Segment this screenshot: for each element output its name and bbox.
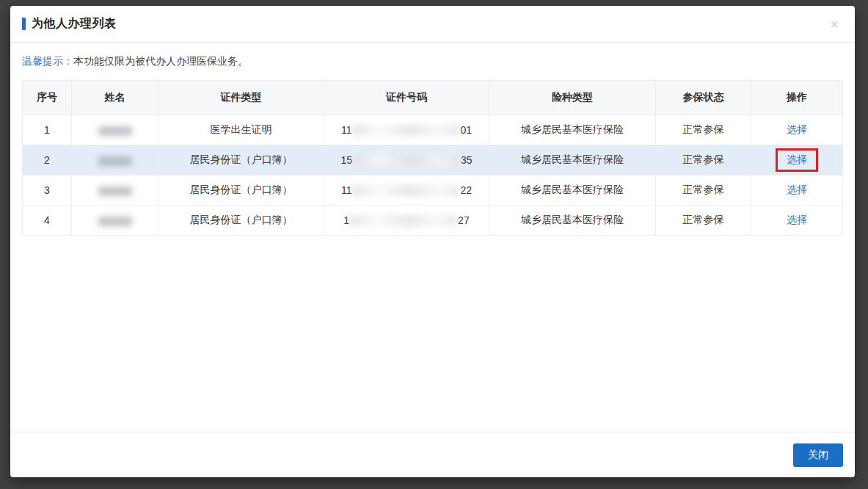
cell-cert-no: 1122 bbox=[324, 175, 489, 206]
redacted-name bbox=[98, 156, 132, 166]
cell-status: 正常参保 bbox=[656, 206, 751, 236]
col-header-cert-type: 证件类型 bbox=[158, 81, 324, 115]
redacted-id-middle bbox=[352, 125, 459, 136]
agent-person-table: 序号 姓名 证件类型 证件号码 险种类型 参保状态 操作 1 医学出生证明 11… bbox=[22, 80, 843, 236]
redacted-id-middle bbox=[350, 215, 457, 226]
cell-name bbox=[72, 175, 158, 206]
cell-name bbox=[72, 206, 158, 236]
close-button[interactable]: 关闭 bbox=[793, 443, 843, 467]
cell-seq: 1 bbox=[23, 115, 72, 145]
cell-cert-type: 居民身份证（户口簿） bbox=[158, 206, 324, 236]
hint-row: 温馨提示：本功能仅限为被代办人办理医保业务。 bbox=[10, 43, 855, 80]
redacted-name bbox=[98, 126, 132, 136]
cell-seq: 2 bbox=[23, 145, 72, 175]
table-row: 1 医学出生证明 1101 城乡居民基本医疗保险 正常参保 选择 bbox=[23, 115, 843, 145]
hint-text: 本功能仅限为被代办人办理医保业务。 bbox=[73, 55, 248, 67]
col-header-cert-no: 证件号码 bbox=[324, 81, 489, 115]
cell-action: 选择 bbox=[751, 145, 843, 175]
col-header-insurance: 险种类型 bbox=[489, 81, 656, 115]
col-header-seq: 序号 bbox=[23, 81, 72, 115]
hint-label: 温馨提示： bbox=[22, 55, 73, 67]
col-header-action: 操作 bbox=[751, 81, 843, 115]
redacted-name bbox=[98, 217, 132, 226]
cell-insurance: 城乡居民基本医疗保险 bbox=[489, 206, 656, 236]
close-icon[interactable]: × bbox=[830, 17, 839, 32]
id-prefix: 11 bbox=[341, 124, 352, 136]
cell-cert-no: 1535 bbox=[324, 145, 489, 175]
dialog-footer: 关闭 bbox=[10, 432, 855, 477]
cell-cert-type: 居民身份证（户口簿） bbox=[158, 175, 324, 206]
id-suffix: 01 bbox=[460, 124, 472, 136]
red-annotation-box: 选择 bbox=[776, 148, 818, 172]
cell-action: 选择 bbox=[751, 115, 843, 145]
cell-status: 正常参保 bbox=[656, 175, 751, 206]
cell-cert-type: 医学出生证明 bbox=[158, 115, 324, 145]
redacted-name bbox=[98, 186, 132, 196]
id-prefix: 15 bbox=[340, 154, 352, 166]
title-marker-bar bbox=[22, 18, 26, 30]
table-row-highlighted: 2 居民身份证（户口簿） 1535 城乡居民基本医疗保险 正常参保 选择 bbox=[23, 145, 843, 175]
table-row: 3 居民身份证（户口簿） 1122 城乡居民基本医疗保险 正常参保 选择 bbox=[23, 175, 843, 206]
cell-insurance: 城乡居民基本医疗保险 bbox=[489, 145, 656, 175]
cell-name bbox=[72, 145, 158, 175]
dialog-title: 为他人办理列表 bbox=[32, 16, 117, 32]
table-row: 4 居民身份证（户口簿） 127 城乡居民基本医疗保险 正常参保 选择 bbox=[23, 206, 843, 236]
col-header-name: 姓名 bbox=[72, 81, 158, 115]
cell-seq: 4 bbox=[23, 206, 72, 236]
page-background: { "modal": { "title": "为他人办理列表", "close_… bbox=[0, 0, 868, 489]
id-prefix: 11 bbox=[341, 184, 352, 196]
table-header-row: 序号 姓名 证件类型 证件号码 险种类型 参保状态 操作 bbox=[23, 81, 843, 115]
dialog-header: 为他人办理列表 × bbox=[10, 6, 855, 43]
cell-cert-no: 1101 bbox=[324, 115, 489, 145]
redacted-id-middle bbox=[352, 185, 459, 196]
redacted-id-middle bbox=[353, 155, 460, 166]
cell-insurance: 城乡居民基本医疗保险 bbox=[489, 175, 656, 206]
col-header-status: 参保状态 bbox=[656, 81, 751, 115]
cell-seq: 3 bbox=[23, 175, 72, 206]
cell-status: 正常参保 bbox=[656, 115, 751, 145]
cell-cert-type: 居民身份证（户口簿） bbox=[158, 145, 324, 175]
id-suffix: 35 bbox=[461, 154, 473, 166]
id-suffix: 22 bbox=[460, 184, 472, 196]
for-others-dialog: 为他人办理列表 × 温馨提示：本功能仅限为被代办人办理医保业务。 序号 姓名 证… bbox=[10, 6, 855, 477]
select-link[interactable]: 选择 bbox=[787, 214, 807, 225]
id-prefix: 1 bbox=[343, 214, 349, 226]
select-link[interactable]: 选择 bbox=[787, 153, 807, 167]
cell-cert-no: 127 bbox=[324, 206, 489, 236]
cell-insurance: 城乡居民基本医疗保险 bbox=[489, 115, 656, 145]
cell-action: 选择 bbox=[751, 206, 843, 236]
id-suffix: 27 bbox=[458, 214, 470, 226]
cell-name bbox=[72, 115, 158, 145]
select-link[interactable]: 选择 bbox=[787, 184, 807, 195]
cell-status: 正常参保 bbox=[656, 145, 751, 175]
select-link[interactable]: 选择 bbox=[787, 123, 807, 135]
cell-action: 选择 bbox=[751, 175, 843, 206]
